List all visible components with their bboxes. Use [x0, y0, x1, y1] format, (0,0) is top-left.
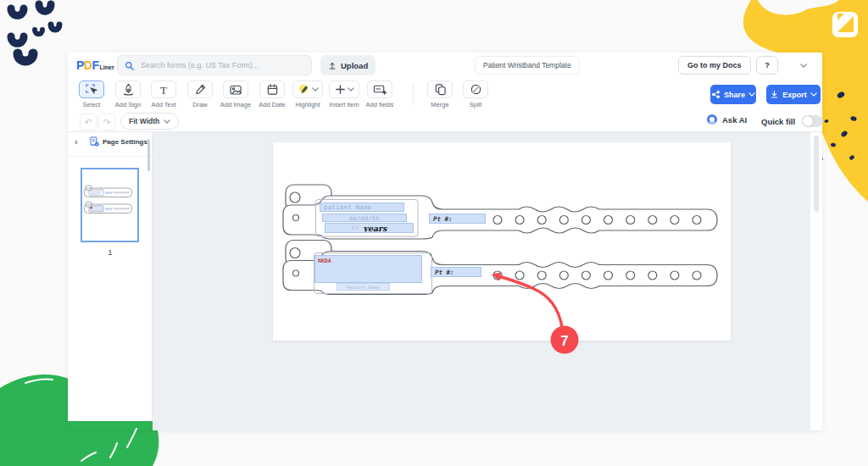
view-controls-bar: ↶ ↷ Fit Width Ask AI Quick fill [68, 110, 822, 132]
share-icon [711, 90, 721, 99]
svg-text:T: T [160, 84, 167, 96]
share-button[interactable]: Share [710, 85, 756, 104]
ask-ai-icon [707, 114, 717, 125]
step-annotation: 7 [475, 254, 593, 360]
page-thumbnail-preview [82, 169, 137, 241]
tool-add-text[interactable]: T Add Text [145, 80, 182, 108]
insert-chevron-icon [348, 87, 354, 92]
sidebar-divider [68, 156, 152, 157]
patient-name-field[interactable]: patient Name [320, 202, 404, 212]
snap-hole [290, 192, 300, 202]
split-icon [470, 83, 482, 96]
merge-icon [434, 83, 447, 96]
pdfliner-logo[interactable]: PDFLiner [76, 58, 114, 72]
undo-button[interactable]: ↶ [80, 114, 97, 130]
help-button[interactable]: ? [756, 56, 778, 75]
go-to-my-docs-button[interactable]: Go to my Docs [678, 56, 751, 75]
snap-hole-small [293, 215, 299, 221]
birth-date-field[interactable]: mm/dd/XX [322, 214, 407, 222]
pdfliner-editor-screen: PDFLiner Upload Patient Wristband Tem [0, 0, 868, 466]
pages-sidebar: ‹ Page Settings [68, 132, 153, 421]
pen-icon [194, 83, 207, 96]
sidebar-collapse-icon[interactable]: ‹ [75, 136, 78, 147]
calendar-icon [266, 83, 279, 96]
search-bar [117, 55, 312, 75]
tool-add-image[interactable]: Add Image [217, 80, 254, 108]
tool-highlight[interactable]: Highlight [289, 80, 326, 108]
annotation-number: 7 [560, 333, 568, 349]
sign-icon [122, 83, 135, 96]
canvas-scrollbar-track [810, 132, 822, 430]
app-window: PDFLiner Upload Patient Wristband Tem [68, 53, 822, 430]
document-canvas: patient Name mm/dd/XX XX years Pt #: NKD… [153, 132, 822, 430]
patient-name-field-small[interactable]: Patient Name [337, 283, 390, 291]
quick-fill-label: Quick fill [761, 117, 795, 126]
tool-insert-item[interactable]: Insert item [326, 80, 363, 108]
search-icon [125, 61, 134, 70]
canvas-scrollbar-thumb[interactable] [814, 136, 819, 212]
document-title[interactable]: Patient Wristband Template [475, 56, 580, 75]
annotation-arrowhead [492, 272, 501, 280]
plus-icon [335, 84, 346, 95]
annotation-arrow [500, 277, 562, 328]
age-field[interactable]: XX years [325, 223, 414, 233]
patient-number-field-1[interactable]: Pt #: [429, 214, 486, 224]
search-input[interactable] [139, 60, 295, 70]
tool-add-date[interactable]: Add Date [253, 80, 291, 108]
page-thumbnail-1[interactable] [81, 168, 139, 242]
zoom-chevron-icon [164, 119, 170, 124]
tool-merge[interactable]: Merge [421, 80, 459, 108]
account-chevron-down-icon[interactable] [800, 64, 807, 68]
export-chevron-icon [810, 92, 817, 97]
highlighter-icon [298, 83, 310, 96]
tool-add-fields[interactable]: Add fields [361, 80, 398, 108]
export-button[interactable]: Export [766, 85, 821, 104]
patient-number-field-2[interactable]: Pt #: [431, 267, 481, 277]
upload-icon [328, 61, 337, 70]
toolbar-separator [413, 84, 414, 106]
toggle-knob [803, 116, 813, 126]
zoom-level-dropdown[interactable]: Fit Width [120, 113, 179, 130]
allergy-field[interactable]: NKDA [314, 255, 422, 283]
upload-button[interactable]: Upload [320, 55, 376, 75]
page-number-label: 1 [68, 247, 153, 257]
fields-icon [373, 83, 387, 96]
tool-add-sign[interactable]: Add Sign [109, 80, 147, 108]
ask-ai-button[interactable]: Ask AI [707, 114, 747, 125]
page-settings-icon [90, 136, 99, 147]
text-icon: T [158, 84, 170, 96]
tool-split[interactable]: Split [457, 80, 494, 108]
tab-page-settings[interactable]: Page Settings [90, 136, 147, 147]
quick-fill-toggle[interactable] [802, 115, 823, 127]
redo-button[interactable]: ↷ [98, 114, 115, 130]
top-bar: PDFLiner Upload Patient Wristband Tem [68, 53, 822, 78]
pdfliner-logo-mark [832, 12, 858, 37]
highlight-chevron-icon [312, 87, 319, 92]
share-chevron-icon [748, 92, 755, 97]
image-icon [229, 84, 242, 96]
tools-toolbar: Select Add Sign T Add Text [68, 78, 822, 110]
download-icon [770, 90, 779, 99]
select-icon [85, 83, 98, 96]
sidebar-scrollbar-thumb[interactable] [147, 139, 150, 171]
tool-select[interactable]: Select [73, 80, 110, 108]
tool-draw[interactable]: Draw [181, 80, 219, 108]
